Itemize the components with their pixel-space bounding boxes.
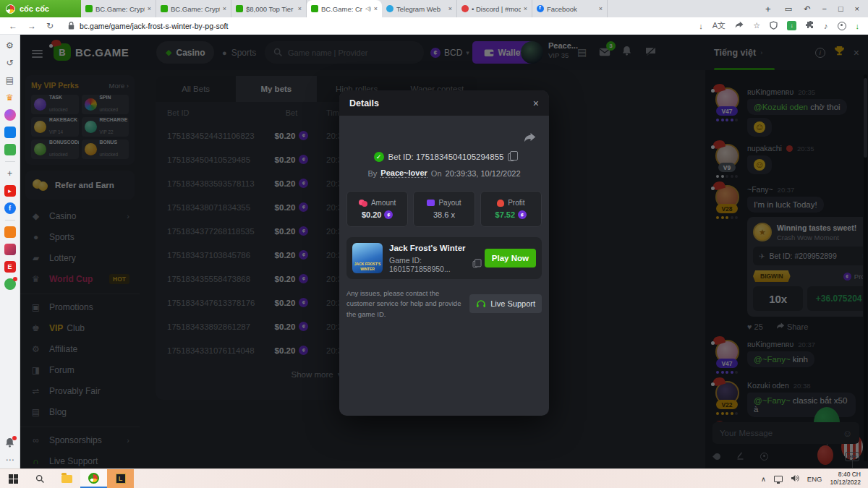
volume-icon[interactable] xyxy=(791,474,799,484)
network-icon[interactable] xyxy=(774,476,783,482)
messenger-icon[interactable] xyxy=(4,109,16,121)
stat-amount: Amount $0.20 xyxy=(346,191,408,227)
taskbar-search-icon[interactable] xyxy=(27,469,54,488)
browser-tab[interactable]: • Discord | #mod-anno ◁) × xyxy=(457,0,532,17)
rewards-crown-icon[interactable]: ♛ xyxy=(4,92,16,103)
tab-title: $8,000 Top Tier PGSoft M xyxy=(246,5,295,13)
newsfeed-icon[interactable]: ▤ xyxy=(4,74,16,86)
hidden-icons-chevron[interactable]: ∧ xyxy=(761,475,766,483)
league-of-legends-icon[interactable]: L xyxy=(107,469,134,488)
browser-brand: cốc cốc xyxy=(0,0,81,17)
photos-icon[interactable] xyxy=(4,244,16,255)
extensions-icon[interactable] xyxy=(806,21,814,31)
coccoc-taskbar-icon[interactable] xyxy=(80,469,107,488)
browser-tab[interactable]: Facebook ◁) × xyxy=(532,0,608,17)
youtube-icon[interactable]: ▸ xyxy=(4,185,16,197)
maximize-icon[interactable]: □ xyxy=(838,4,843,13)
copy-icon[interactable] xyxy=(508,153,514,161)
games-icon[interactable] xyxy=(4,144,16,155)
share-icon[interactable] xyxy=(735,21,744,30)
tab-title: BC.Game: Crypto Casino xyxy=(95,5,145,13)
tab-strip: BC.Game: Crypto Casino ◁) × BC.Game: Cry… xyxy=(81,0,760,17)
modal-close-icon[interactable]: × xyxy=(533,98,539,109)
tab-close-icon[interactable]: × xyxy=(599,5,603,12)
settings-icon[interactable]: ⚙ xyxy=(4,40,16,51)
clock[interactable]: 8:40 CH 10/12/2022 xyxy=(830,471,861,487)
tab-favicon xyxy=(461,5,469,12)
browser-tab[interactable]: BC.Game: Crypto Casino ◁) × xyxy=(156,0,231,17)
tab-close-icon[interactable]: × xyxy=(148,5,151,12)
back-icon[interactable]: ← xyxy=(9,21,17,31)
tray-time: 8:40 CH xyxy=(838,471,861,478)
url-field[interactable]: bc.game/game/jack-frost-s-winter-by-pg-s… xyxy=(68,22,690,30)
tab-title: BC.Game: Crypto Cas xyxy=(321,5,362,13)
game-thumbnail[interactable]: JACK FROST'SWINTER xyxy=(352,243,383,273)
bet-details-modal: Details × ✓ Bet ID: 1751834504105294855 … xyxy=(339,90,549,416)
browser-tab[interactable]: Telegram Web ◁) × xyxy=(382,0,457,17)
amount-coins-icon xyxy=(359,200,367,206)
history-icon[interactable]: ↺ xyxy=(4,57,16,69)
lock-icon xyxy=(68,22,75,30)
e-app-icon[interactable]: E xyxy=(4,261,16,273)
minimize-icon[interactable]: − xyxy=(822,4,826,13)
downloads-icon[interactable]: ↓ xyxy=(856,22,860,30)
bcgame-page: B BC.GAME ◆ Casino ● Sports Game name | … xyxy=(20,35,868,468)
play-now-button[interactable]: Play Now xyxy=(485,249,536,267)
tab-close-icon[interactable]: × xyxy=(524,5,527,12)
copy-icon[interactable] xyxy=(473,261,478,267)
start-button[interactable] xyxy=(0,469,27,488)
window-controls: ▭ ↶ − □ × xyxy=(776,0,868,17)
forward-icon[interactable]: → xyxy=(27,21,36,31)
bcd-coin-icon xyxy=(518,210,527,219)
tab-favicon xyxy=(537,5,544,12)
profile-icon[interactable] xyxy=(838,22,846,30)
browser-tab[interactable]: $8,000 Top Tier PGSoft M ◁) × xyxy=(231,0,307,17)
tab-favicon xyxy=(311,5,318,12)
game-id-row: Game ID: 1601571858950... xyxy=(389,256,478,273)
tab-close-icon[interactable]: × xyxy=(448,5,452,12)
browser-nav-buttons: ← → ↻ xyxy=(0,21,62,31)
divider xyxy=(5,220,15,221)
add-shortcut-icon[interactable]: + xyxy=(4,168,16,179)
modal-bet-id-row: ✓ Bet ID: 1751834504105294855 xyxy=(339,152,549,162)
tab-title: Telegram Web xyxy=(396,5,446,13)
support-note: Any issues, please contact the customer … xyxy=(346,288,464,320)
live-support-button[interactable]: Live Support xyxy=(469,294,542,313)
more-icon[interactable]: ⋯ xyxy=(4,454,16,466)
tab-favicon xyxy=(236,5,243,12)
tab-overview-icon[interactable]: ▭ xyxy=(785,4,792,14)
download-extension-icon[interactable]: ↓ xyxy=(787,21,796,30)
tab-close-icon[interactable]: × xyxy=(223,5,226,12)
tab-close-icon[interactable]: × xyxy=(298,5,302,12)
media-control-icon[interactable]: ♪ xyxy=(824,22,828,30)
tray-date: 10/12/2022 xyxy=(830,479,861,486)
facebook-icon[interactable]: f xyxy=(4,202,16,214)
file-explorer-icon[interactable] xyxy=(54,469,80,488)
browser-tab[interactable]: BC.Game: Crypto Cas ◁) × xyxy=(307,0,382,17)
translate-icon[interactable]: A文 xyxy=(712,20,726,31)
tab-close-icon[interactable]: × xyxy=(374,5,378,12)
new-tab-button[interactable]: + xyxy=(760,0,776,17)
recent-tabs-icon[interactable]: ↶ xyxy=(804,4,810,14)
save-page-icon[interactable]: ↓ xyxy=(699,22,703,30)
language-indicator[interactable]: ENG xyxy=(807,475,822,483)
profit-hand-icon xyxy=(497,200,504,207)
bet-owner[interactable]: Peace~lover xyxy=(380,168,427,178)
url-text[interactable]: bc.game/game/jack-frost-s-winter-by-pg-s… xyxy=(80,22,228,30)
sports-ball-icon[interactable] xyxy=(4,278,16,290)
share-bet-icon[interactable] xyxy=(524,132,536,146)
stat-profit: Profit $7.52 xyxy=(480,191,542,227)
modal-by-row: By Peace~lover On 20:39:33, 10/12/2022 xyxy=(339,168,549,178)
verified-shield-icon: ✓ xyxy=(374,152,384,162)
notifications-bell-icon[interactable] xyxy=(4,437,16,448)
tab-title: • Discord | #mod-anno xyxy=(472,5,521,13)
shield-icon[interactable] xyxy=(770,21,778,31)
reload-icon[interactable]: ↻ xyxy=(46,21,54,31)
zalo-icon[interactable] xyxy=(4,127,16,138)
tab-audio-icon[interactable]: ◁) xyxy=(365,6,371,12)
shop-icon[interactable] xyxy=(4,226,16,238)
bookmark-star-icon[interactable]: ☆ xyxy=(753,21,760,30)
close-window-icon[interactable]: × xyxy=(855,4,859,13)
divider xyxy=(5,161,15,162)
browser-tab[interactable]: BC.Game: Crypto Casino ◁) × xyxy=(81,0,156,17)
